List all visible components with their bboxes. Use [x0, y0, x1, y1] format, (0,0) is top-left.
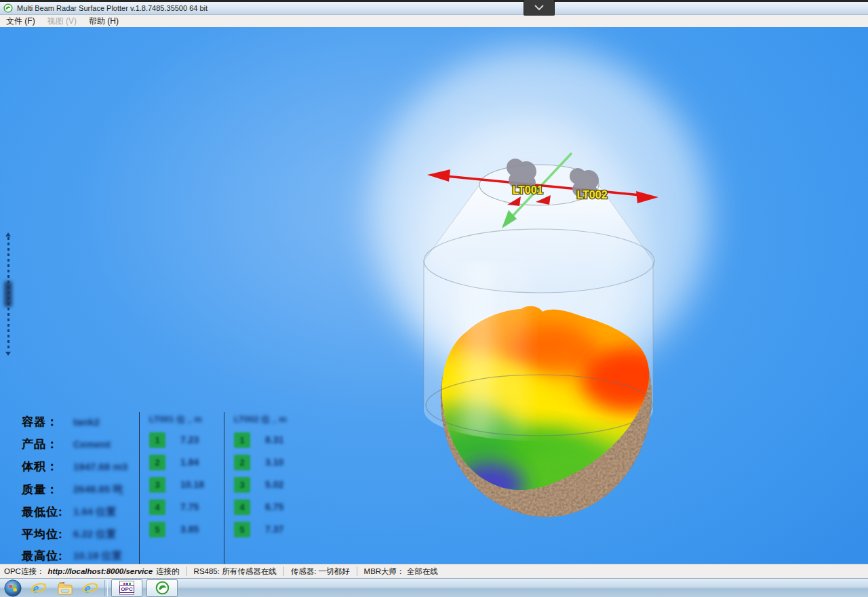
- table-row: 21.84: [149, 454, 222, 470]
- sensor-table-lt001: LT001 位，m 17.23 21.84 310.18 47.75 53.85: [139, 412, 222, 564]
- sensor-table-lt002: LT002 位，m 18.31 23.10 35.02 46.75 57.37: [224, 412, 307, 564]
- beam-value: 3.85: [180, 524, 199, 535]
- app-logo-icon: [3, 3, 13, 13]
- beam-value: 8.31: [265, 434, 283, 445]
- taskbar-plotter-window-button[interactable]: [146, 579, 178, 597]
- opc-icon: OPC: [119, 581, 134, 595]
- info-value: 1.64 位置: [73, 506, 116, 518]
- info-value: Cement: [73, 438, 111, 450]
- table-row: 23.10: [234, 454, 307, 470]
- beam-index-badge: 3: [149, 477, 165, 493]
- start-button[interactable]: [0, 579, 26, 597]
- status-bar: OPC连接： http://localhost:8000/service 连接的…: [0, 564, 868, 578]
- status-sensors: 传感器: 一切都好: [291, 567, 350, 577]
- beam-value: 5.02: [265, 479, 283, 490]
- sensor-label-lt001: LT001: [512, 184, 542, 196]
- sensor-label-lt002: LT002: [576, 189, 607, 201]
- menu-help[interactable]: 帮助 (H): [83, 15, 125, 27]
- beam-index-badge: 5: [234, 522, 250, 537]
- scroll-up-arrow-icon[interactable]: [5, 232, 11, 236]
- info-row-container: 最低位:1.64 位置: [22, 503, 116, 520]
- info-label: 体积：: [22, 459, 73, 474]
- info-row-container: 产品：Cement: [22, 436, 111, 452]
- table-row: 47.75: [149, 499, 222, 515]
- beam-value: 10.18: [180, 479, 204, 490]
- folder-icon: [56, 579, 73, 596]
- menu-bar: 文件 (F) 视图 (V) 帮助 (H): [0, 15, 868, 27]
- table-row: 35.02: [234, 476, 307, 493]
- internet-explorer-icon: e: [31, 580, 47, 596]
- table-header: LT001 位，m: [149, 413, 222, 426]
- internet-explorer-icon: e: [82, 580, 98, 596]
- beam-index-badge: 2: [234, 455, 250, 470]
- beam-index-badge: 5: [149, 522, 165, 537]
- table-row: 310.18: [149, 476, 222, 493]
- windows-start-icon: [4, 579, 22, 597]
- table-row: 57.37: [234, 521, 307, 537]
- beam-index-badge: 2: [149, 455, 165, 470]
- info-label: 最高位:: [22, 548, 73, 564]
- beam-value: 1.84: [180, 457, 199, 468]
- svg-text:e: e: [85, 580, 91, 595]
- table-row: 18.31: [234, 432, 307, 448]
- chevron-down-icon: [534, 4, 545, 11]
- info-label: 产品：: [22, 436, 73, 452]
- overlay-chevron-tab[interactable]: [524, 0, 555, 16]
- table-header: LT002 位，m: [234, 413, 307, 426]
- svg-text:e: e: [33, 580, 39, 595]
- taskbar-ie2-button[interactable]: e: [77, 579, 103, 597]
- info-value: tank2: [73, 416, 100, 428]
- overlay-top-strip: [0, 0, 868, 2]
- status-separator: [357, 567, 357, 576]
- window-title: Multi Beam Radar Surface Plotter v.1.8.7…: [17, 4, 208, 12]
- taskbar-divider: [104, 580, 108, 596]
- status-opc: OPC连接： http://localhost:8000/service 连接的: [4, 567, 180, 577]
- status-mbr: MBR大师： 全部在线: [364, 567, 438, 577]
- status-opc-label: OPC连接：: [4, 567, 44, 577]
- menu-view: 视图 (V): [41, 15, 83, 27]
- beam-index-badge: 3: [234, 477, 250, 493]
- beam-index-badge: 4: [234, 499, 250, 515]
- beam-index-badge: 1: [149, 432, 165, 448]
- info-label: 质量：: [22, 482, 73, 497]
- info-panel: 容器：tank2 产品：Cement 体积：1947.68 m3 质量：2648…: [0, 412, 319, 564]
- info-row-container: 平均位:6.22 位置: [22, 526, 116, 542]
- beam-value: 7.37: [265, 524, 283, 535]
- table-row: 53.85: [149, 521, 222, 537]
- status-separator: [186, 567, 187, 576]
- status-rs485: RS485: 所有传感器在线: [194, 567, 277, 577]
- left-scroll-widget[interactable]: [3, 232, 13, 356]
- info-row-container: 容器：tank2: [22, 413, 100, 430]
- info-row-container: 体积：1947.68 m3: [22, 458, 127, 474]
- beam-value: 7.23: [180, 434, 199, 445]
- scroll-down-arrow-icon[interactable]: [5, 352, 11, 356]
- status-separator: [283, 567, 284, 576]
- viewport-3d[interactable]: LT001 LT002 容器：tank2 产品：Cement 体积：1947.6…: [0, 27, 868, 564]
- taskbar: e e OPC: [0, 578, 868, 597]
- menu-file[interactable]: 文件 (F): [0, 15, 41, 27]
- taskbar-ie-button[interactable]: e: [26, 579, 52, 597]
- info-value: 10.18 位置: [73, 550, 122, 562]
- app-logo-icon: [155, 581, 170, 595]
- table-row: 46.75: [234, 499, 307, 515]
- info-label: 最低位:: [22, 504, 73, 520]
- info-value: 1947.68 m3: [73, 461, 127, 472]
- status-opc-url: http://localhost:8000/service: [47, 567, 153, 575]
- beam-value: 3.10: [265, 457, 283, 468]
- info-label: 容器：: [22, 414, 73, 430]
- info-row-container: 最高位:10.18 位置: [22, 548, 122, 564]
- beam-index-badge: 4: [149, 499, 165, 515]
- title-bar: Multi Beam Radar Surface Plotter v.1.8.7…: [0, 2, 868, 15]
- info-row-container: 质量：2648.85 吨: [22, 481, 123, 497]
- scroll-knob[interactable]: [4, 281, 12, 307]
- taskbar-explorer-button[interactable]: [52, 579, 77, 597]
- beam-index-badge: 1: [234, 432, 250, 448]
- opc-icon-label: OPC: [119, 585, 134, 593]
- status-opc-state: 连接的: [156, 567, 180, 577]
- taskbar-opc-window-button[interactable]: OPC: [111, 579, 142, 597]
- info-label: 平均位:: [22, 527, 73, 542]
- beam-value: 6.75: [265, 501, 283, 512]
- info-value: 2648.85 吨: [73, 483, 123, 496]
- table-row: 17.23: [149, 432, 222, 448]
- info-value: 6.22 位置: [73, 528, 116, 541]
